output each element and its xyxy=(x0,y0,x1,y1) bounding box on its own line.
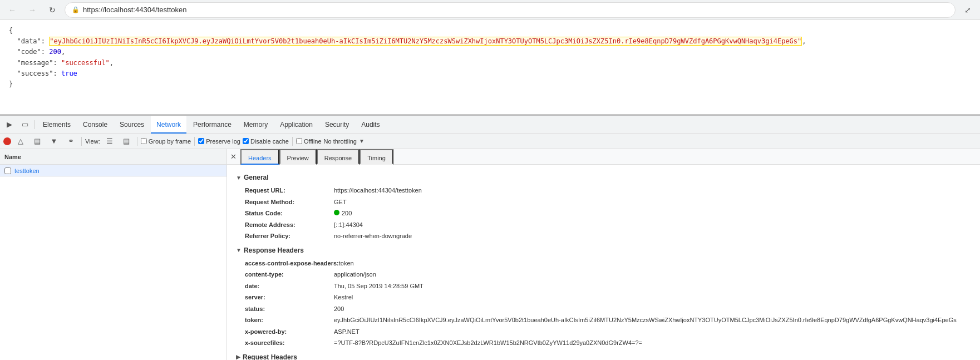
tab-sources[interactable]: Sources xyxy=(114,116,150,134)
resp-header-key-3: server: xyxy=(245,293,334,302)
disable-cache-label[interactable]: Disable cache xyxy=(243,138,289,145)
group-by-frame-label[interactable]: Group by frame xyxy=(141,138,191,145)
tab-headers[interactable]: Headers xyxy=(240,149,279,165)
request-method-key: Request Method: xyxy=(245,198,334,207)
remote-address-row: Remote Address: [::1]:44304 xyxy=(236,219,971,231)
offline-checkbox[interactable] xyxy=(296,138,302,144)
resp-header-key-4: status: xyxy=(245,304,334,314)
close-tab-icon[interactable]: ✕ xyxy=(227,149,240,165)
request-list-header: Name xyxy=(0,149,226,165)
tab-application[interactable]: Application xyxy=(274,116,318,134)
back-button[interactable]: ← xyxy=(4,2,20,18)
data-key: "data" xyxy=(17,37,41,45)
message-key: "message" xyxy=(17,59,53,67)
camera-button[interactable]: ▤ xyxy=(30,134,45,149)
tab-preview[interactable]: Preview xyxy=(279,149,317,165)
request-method-value: GET xyxy=(334,198,347,207)
record-button[interactable] xyxy=(3,137,11,145)
device-toolbar-icon[interactable]: ▭ xyxy=(18,117,32,132)
tab-network[interactable]: Network xyxy=(151,116,186,134)
status-code-row: Status Code: 200 xyxy=(236,208,971,219)
group-by-frame-checkbox[interactable] xyxy=(141,138,147,144)
network-toolbar: △ ▤ ▼ ⚭ View: ☰ ▤ Group by frame Preserv… xyxy=(0,134,980,149)
resp-header-val-7: =?UTF-8?B?RDpcU3ZuIFN1cnZlc1x0ZXN0XEJsb2… xyxy=(334,338,642,348)
request-headers-section-header[interactable]: ▶ Request Headers xyxy=(236,353,971,361)
status-code-value: 200 xyxy=(334,209,352,218)
resp-header-key-6: x-powered-by: xyxy=(245,327,334,337)
address-bar[interactable]: 🔒 https://localhost:44304/testtoken xyxy=(65,2,956,18)
tab-console[interactable]: Console xyxy=(77,116,113,134)
maximize-button[interactable]: ⤢ xyxy=(960,2,976,18)
list-item[interactable]: testtoken xyxy=(0,165,226,177)
general-collapse-icon: ▼ xyxy=(236,175,242,181)
devtools-panel: ▶ ▭ Elements Console Sources Network Per… xyxy=(0,115,980,360)
resp-header-key-2: date: xyxy=(245,282,334,291)
resp-header-row-1: content-type: application/json xyxy=(236,269,971,280)
remote-address-key: Remote Address: xyxy=(245,220,334,230)
remote-address-value: [::1]:44304 xyxy=(334,220,363,230)
url-text: https://localhost:44304/testtoken xyxy=(83,6,186,14)
general-section-header[interactable]: ▼ General xyxy=(236,174,971,181)
tab-elements[interactable]: Elements xyxy=(37,116,76,134)
headers-content: ▼ General Request URL: https://localhost… xyxy=(227,165,980,360)
request-list: Name testtoken xyxy=(0,149,227,360)
preserve-log-checkbox[interactable] xyxy=(198,138,204,144)
inspect-element-icon[interactable]: ▶ xyxy=(2,117,17,132)
throttle-arrow-icon: ▼ xyxy=(359,138,365,144)
request-url-row: Request URL: https://localhost:44304/tes… xyxy=(236,185,971,196)
separator-3 xyxy=(137,137,137,146)
no-throttling-label: No throttling xyxy=(324,138,357,145)
tab-response[interactable]: Response xyxy=(317,149,360,165)
request-url-key: Request URL: xyxy=(245,186,334,195)
request-item-checkbox[interactable] xyxy=(4,167,11,174)
status-code-key: Status Code: xyxy=(245,209,334,218)
tab-timing[interactable]: Timing xyxy=(360,149,393,165)
resp-header-row-4: status: 200 xyxy=(236,303,971,315)
code-value: 200 xyxy=(49,48,61,56)
tab-memory[interactable]: Memory xyxy=(238,116,273,134)
resp-header-row-0: access-control-expose-headers: token xyxy=(236,258,971,269)
tab-security[interactable]: Security xyxy=(319,116,354,134)
success-value: true xyxy=(61,70,77,77)
clear-button[interactable]: △ xyxy=(13,134,28,149)
separator-4 xyxy=(194,137,195,146)
referrer-policy-row: Referrer Policy: no-referrer-when-downgr… xyxy=(236,230,971,242)
resp-header-val-4: 200 xyxy=(334,304,344,314)
response-headers-section-header[interactable]: ▼ Response Headers xyxy=(236,246,971,254)
resp-header-val-2: Thu, 05 Sep 2019 14:28:59 GMT xyxy=(334,282,423,291)
view-list-icon[interactable]: ☰ xyxy=(102,134,117,149)
separator-1 xyxy=(35,120,35,129)
filter-button[interactable]: ▼ xyxy=(47,134,61,149)
disable-cache-checkbox[interactable] xyxy=(243,138,249,144)
data-value: "eyJhbGciOiJIUzI1NiIsInR5cCI6IkpXVCJ9.ey… xyxy=(49,37,802,46)
tab-performance[interactable]: Performance xyxy=(188,116,237,134)
tab-audits[interactable]: Audits xyxy=(356,116,385,134)
preserve-log-label[interactable]: Preserve log xyxy=(198,138,240,145)
message-value: "successful" xyxy=(61,59,110,67)
resp-header-row-7: x-sourcefiles: =?UTF-8?B?RDpcU3ZuIFN1cnZ… xyxy=(236,337,971,349)
referrer-policy-value: no-referrer-when-downgrade xyxy=(334,231,412,241)
resp-header-row-3: server: Kestrel xyxy=(236,292,971,303)
code-key: "code" xyxy=(17,48,41,56)
request-method-row: Request Method: GET xyxy=(236,196,971,208)
resp-header-val-5: eyJhbGciOiJIUzI1NiIsInR5cCI6IkpXVCJ9.eyJ… xyxy=(334,315,957,325)
detail-tabs: ✕ Headers Preview Response Timing xyxy=(227,149,980,165)
forward-button[interactable]: → xyxy=(24,2,40,18)
browser-bar: ← → ↻ 🔒 https://localhost:44304/testtoke… xyxy=(0,0,980,20)
search-button[interactable]: ⚭ xyxy=(63,134,78,149)
reload-button[interactable]: ↻ xyxy=(45,2,60,18)
view-grid-icon[interactable]: ▤ xyxy=(119,134,134,149)
resp-header-key-0: access-control-expose-headers: xyxy=(245,259,339,268)
resp-header-key-5: token: xyxy=(245,315,334,325)
resp-header-row-2: date: Thu, 05 Sep 2019 14:28:59 GMT xyxy=(236,280,971,292)
response-headers-collapse-icon: ▼ xyxy=(236,247,242,253)
separator-2 xyxy=(81,137,82,146)
request-url-value: https://localhost:44304/testtoken xyxy=(334,186,422,195)
offline-label[interactable]: Offline xyxy=(296,138,322,145)
json-open-brace: { xyxy=(9,27,13,34)
lock-icon: 🔒 xyxy=(72,6,80,13)
resp-header-val-0: token xyxy=(339,259,354,268)
resp-header-val-6: ASP.NET xyxy=(334,327,360,337)
success-key: "success" xyxy=(17,70,53,77)
resp-header-val-3: Kestrel xyxy=(334,293,353,302)
